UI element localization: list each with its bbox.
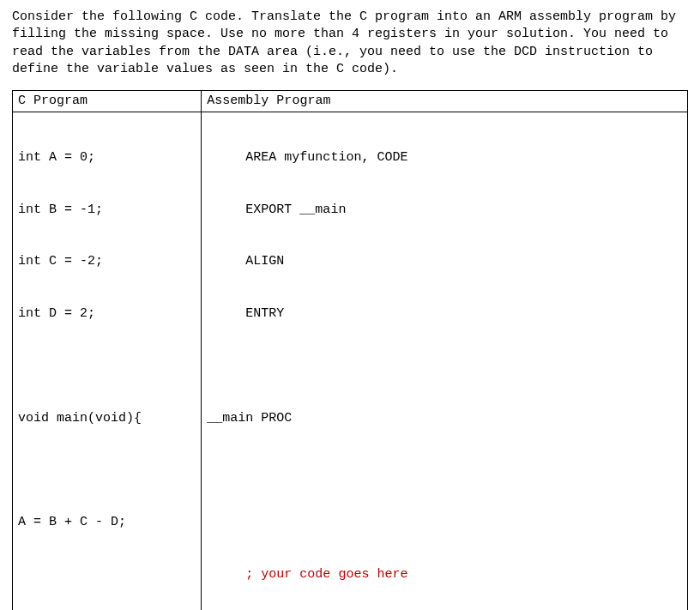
c-program-cell: int A = 0; int B = -1; int C = -2; int D…	[13, 112, 202, 610]
problem-instructions: Consider the following C code. Translate…	[12, 9, 688, 78]
asm-main-proc: __main PROC	[207, 410, 682, 427]
c-main-signature: void main(void){	[18, 410, 196, 427]
assembly-program-cell: AREA myfunction, CODE EXPORT __main ALIG…	[202, 112, 688, 610]
c-decl-b: int B = -1;	[18, 202, 196, 219]
c-decl-a: int A = 0;	[18, 149, 196, 166]
code-table: C Program Assembly Program int A = 0; in…	[12, 90, 688, 610]
asm-export: EXPORT __main	[207, 202, 682, 219]
c-decl-d: int D = 2;	[18, 305, 196, 323]
c-decl-c: int C = -2;	[18, 253, 196, 270]
asm-placeholder-1: ; your code goes here	[207, 566, 682, 583]
header-c-program: C Program	[13, 91, 202, 112]
header-assembly-program: Assembly Program	[202, 91, 688, 112]
asm-align: ALIGN	[207, 253, 682, 270]
asm-area-code: AREA myfunction, CODE	[207, 149, 682, 166]
asm-entry: ENTRY	[207, 305, 682, 323]
c-statement: A = B + C - D;	[18, 514, 196, 531]
